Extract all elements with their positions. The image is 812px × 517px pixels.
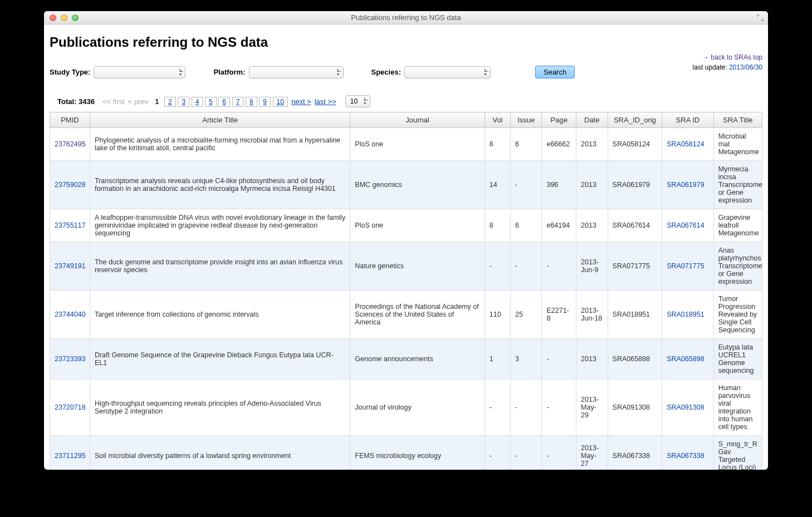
table-row: 23749191The duck genome and transcriptom… (50, 242, 762, 290)
cell-sra-id: SRA067338 (662, 436, 713, 470)
sra-id-link[interactable]: SRA071775 (667, 262, 704, 270)
cell-page: E2271-8 (542, 290, 576, 339)
cell-journal: PloS one (350, 128, 485, 161)
cell-pmid: 23759028 (50, 161, 90, 209)
pager-page-2[interactable]: 2 (164, 97, 176, 107)
table-row: 23744040Target inference from collection… (50, 290, 762, 339)
cell-sra-orig: SRA091308 (608, 380, 662, 436)
pmid-link[interactable]: 23755117 (55, 221, 86, 229)
species-filter: Species: ▲▼ (371, 66, 491, 78)
pmid-link[interactable]: 23749191 (55, 262, 86, 270)
cell-vol: 8 (485, 209, 510, 242)
cell-date: 2013 (576, 161, 608, 209)
sra-id-link[interactable]: SRA067338 (667, 452, 704, 460)
cell-title: High-throughput sequencing reveals princ… (90, 380, 350, 436)
cell-pmid: 23711295 (50, 436, 90, 470)
column-header[interactable]: Vol (485, 112, 510, 128)
column-header[interactable]: Date (576, 112, 608, 128)
pager-page-8[interactable]: 8 (246, 97, 257, 107)
column-header[interactable]: PMID (50, 112, 90, 128)
cell-journal: FEMS microbiology ecology (350, 436, 485, 470)
pager-next[interactable]: next > (291, 97, 311, 106)
table-row: 23755117A leafhopper-transmissible DNA v… (50, 209, 762, 242)
pmid-link[interactable]: 23759028 (55, 181, 86, 189)
pager-page-7[interactable]: 7 (232, 97, 244, 107)
traffic-lights (50, 14, 79, 21)
table-row: 23762495Phylogenetic analysis of a micro… (50, 128, 762, 161)
pager-page-10[interactable]: 10 (273, 97, 288, 107)
species-select[interactable] (404, 66, 491, 78)
cell-sra-title: Tumor Progression Revealed by Single Cel… (713, 290, 762, 339)
cell-sra-id: SRA071775 (662, 242, 713, 290)
table-row: 23711295Soil microbial diversity pattern… (50, 436, 762, 470)
pmid-link[interactable]: 23720718 (55, 403, 86, 411)
cell-sra-title: Grapevine leafroll Metagenome (713, 209, 762, 242)
cell-vol: 14 (485, 161, 510, 209)
cell-sra-orig: SRA071775 (608, 242, 662, 290)
cell-sra-id: SRA091308 (662, 380, 713, 436)
column-header[interactable]: SRA ID (662, 112, 713, 128)
cell-date: 2013-May-29 (576, 380, 608, 436)
sra-id-link[interactable]: SRA018951 (667, 311, 704, 318)
study-type-label: Study Type: (50, 68, 90, 76)
minimize-window-button[interactable] (61, 14, 67, 21)
cell-date: 2013 (576, 339, 608, 380)
cell-date: 2013 (576, 209, 608, 242)
filter-row: Study Type: ▲▼ Platform: ▲▼ Species: ▲▼ … (50, 66, 762, 78)
cell-issue: 25 (510, 290, 542, 339)
pmid-link[interactable]: 23762495 (55, 140, 86, 148)
pager-page-6[interactable]: 6 (218, 97, 230, 107)
cell-pmid: 23723393 (50, 339, 90, 380)
column-header[interactable]: Journal (350, 112, 485, 128)
study-type-filter: Study Type: ▲▼ (50, 66, 185, 78)
column-header[interactable]: SRA_ID_orig (608, 112, 662, 128)
last-update-date: 2013/06/30 (729, 63, 762, 71)
expand-window-icon[interactable] (757, 14, 764, 21)
cell-sra-title: Eutypa lata UCREL1 Genome sequencing (713, 339, 762, 380)
sra-id-link[interactable]: SRA091308 (667, 403, 704, 411)
pager-page-9[interactable]: 9 (259, 97, 271, 107)
back-link[interactable]: → back to SRAs top (702, 53, 762, 61)
total-count: Total: 3436 (57, 97, 95, 106)
column-header[interactable]: Issue (510, 112, 542, 128)
page-title: Publications referring to NGS data (50, 35, 762, 50)
cell-page: e66662 (542, 128, 576, 161)
column-header[interactable]: Page (542, 112, 576, 128)
sra-id-link[interactable]: SRA061979 (667, 181, 704, 189)
column-header[interactable]: SRA Title (713, 112, 762, 128)
cell-sra-title: Microbial mat Metagenome (713, 128, 762, 161)
sra-id-link[interactable]: SRA067614 (667, 221, 704, 229)
column-header[interactable]: Article Title (90, 112, 350, 128)
cell-title: The duck genome and transcriptome provid… (90, 242, 350, 290)
pmid-link[interactable]: 23723393 (55, 355, 86, 363)
platform-select[interactable] (249, 66, 344, 78)
pager-page-4[interactable]: 4 (192, 97, 203, 107)
pager-last[interactable]: last >> (315, 97, 336, 106)
table-header-row: PMIDArticle TitleJournalVolIssuePageDate… (50, 112, 762, 128)
cell-pmid: 23720718 (50, 380, 90, 436)
pager-page-5[interactable]: 5 (205, 97, 217, 107)
pmid-link[interactable]: 23711295 (55, 452, 86, 460)
cell-journal: PloS one (350, 209, 485, 242)
zoom-window-button[interactable] (72, 14, 79, 21)
cell-sra-orig: SRA065898 (608, 339, 662, 380)
cell-page: - (542, 242, 576, 290)
cell-issue: - (510, 161, 542, 209)
application-window: Publications referring to NGS data Publi… (44, 11, 768, 470)
close-window-button[interactable] (50, 14, 56, 21)
cell-date: 2013-Jun-18 (576, 290, 608, 339)
per-page-select[interactable]: 10 (345, 95, 370, 107)
sra-id-link[interactable]: SRA058124 (667, 140, 704, 148)
search-button[interactable]: Search (535, 66, 575, 78)
study-type-select[interactable] (94, 66, 185, 78)
cell-date: 2013-May-27 (576, 436, 608, 470)
cell-sra-title: S_mng_tr_R Gav Targeted Locus (Loci) (713, 436, 762, 470)
cell-sra-title: Human parvovirus viral integration into … (713, 380, 762, 436)
cell-title: Soil microbial diversity patterns of a l… (90, 436, 350, 470)
pager-page-3[interactable]: 3 (178, 97, 189, 107)
sra-id-link[interactable]: SRA065898 (667, 355, 704, 363)
cell-date: 2013-Jun-9 (576, 242, 608, 290)
table-row: 23759028Transcriptome analysis reveals u… (50, 161, 762, 209)
cell-vol: - (485, 242, 510, 290)
pmid-link[interactable]: 23744040 (55, 311, 86, 318)
